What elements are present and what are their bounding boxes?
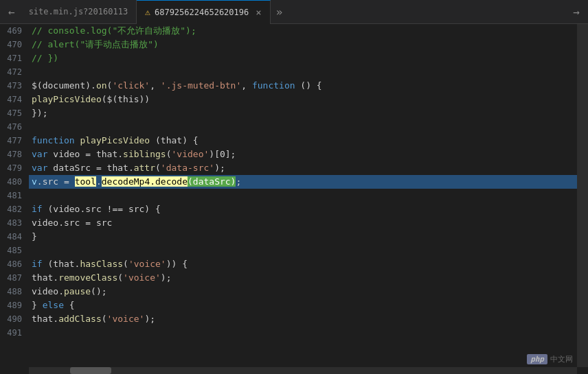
line-number: 471 [5, 51, 22, 65]
code-line: that.addClass('voice'); [29, 312, 588, 326]
line-number: 488 [5, 285, 22, 299]
line-number: 479 [5, 161, 22, 175]
code-line: } [29, 230, 588, 244]
warn-icon: ⚠ [145, 7, 150, 17]
code-line: v.src = tool.decodeMp4.decode(dataSrc); [29, 175, 588, 189]
code-line [29, 326, 588, 340]
line-number: 475 [5, 106, 22, 120]
php-badge: php [527, 354, 547, 364]
line-numbers: 4694704714724734744754764774784794804814… [0, 24, 29, 374]
scrollbar-right[interactable] [577, 24, 588, 367]
code-content[interactable]: // console.log("不允许自动播放"); // alert("请手动… [29, 24, 588, 374]
scrollbar-thumb-horizontal[interactable] [70, 367, 111, 374]
code-line: video.src = src [29, 216, 588, 230]
line-number: 490 [5, 312, 22, 326]
code-line: // alert("请手动点击播放") [29, 38, 588, 51]
code-line: function playPicsVideo (that) { [29, 134, 588, 148]
code-line: playPicsVideo($(this)) [29, 93, 588, 106]
code-line: that.removeClass('voice'); [29, 271, 588, 285]
code-line: var dataSrc = that.attr('data-src'); [29, 161, 588, 175]
code-line: } else { [29, 299, 588, 312]
code-line: var video = that.siblings('video')[0]; [29, 148, 588, 161]
tab-bar: ← site.min.js?20160113 ⚠ 687925622465262… [0, 0, 588, 24]
line-number: 486 [5, 257, 22, 271]
tab-active-label: 687925622465262019​6 [155, 8, 249, 17]
line-number: 491 [5, 326, 22, 340]
line-number: 478 [5, 148, 22, 161]
line-number: 480 [5, 175, 22, 189]
php-watermark: php 中文网 [527, 354, 573, 364]
tab-site-min[interactable]: site.min.js?20160113 [21, 0, 137, 24]
code-container: 4694704714724734744754764774784794804814… [0, 24, 588, 374]
tab-overflow-button[interactable]: » [271, 5, 289, 19]
code-line: if (video.src !== src) { [29, 202, 588, 216]
code-line: // console.log("不允许自动播放"); [29, 24, 588, 38]
line-number: 477 [5, 134, 22, 148]
line-number: 483 [5, 216, 22, 230]
code-line [29, 189, 588, 202]
line-number: 472 [5, 65, 22, 79]
tab-active[interactable]: ⚠ 687925622465262019​6 × [137, 0, 271, 24]
line-number: 474 [5, 93, 22, 106]
line-number: 484 [5, 230, 22, 244]
forward-button[interactable]: → [567, 5, 585, 19]
line-number: 482 [5, 202, 22, 216]
close-icon[interactable]: × [256, 7, 261, 18]
line-number: 469 [5, 24, 22, 38]
tab-site-min-label: site.min.js?20160113 [29, 7, 128, 16]
code-line: // }) [29, 51, 588, 65]
code-line: if (that.hasClass('voice')) { [29, 257, 588, 271]
php-site-text: 中文网 [550, 354, 573, 364]
scrollbar-bottom[interactable] [29, 367, 577, 374]
code-line: }); [29, 106, 588, 120]
code-line: video.pause(); [29, 285, 588, 299]
line-number: 489 [5, 299, 22, 312]
code-line [29, 120, 588, 134]
code-line: $(document).on('click', '.js-muted-btn',… [29, 79, 588, 93]
code-line [29, 65, 588, 79]
back-button[interactable]: ← [3, 5, 21, 19]
line-number: 481 [5, 189, 22, 202]
line-number: 487 [5, 271, 22, 285]
line-number: 473 [5, 79, 22, 93]
line-number: 476 [5, 120, 22, 134]
line-number: 485 [5, 244, 22, 257]
code-line [29, 244, 588, 257]
line-number: 470 [5, 38, 22, 51]
